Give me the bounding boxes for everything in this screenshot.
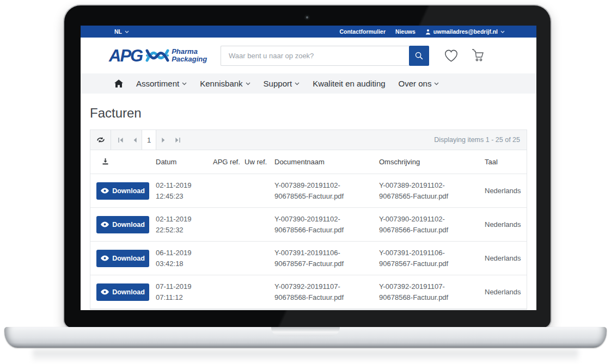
chevron-down-icon [500,30,505,33]
account-email: uwmailadres@bedrijf.nl [433,28,498,35]
table-row: Download 02-11-2019 12:45:23 Y-007389-20… [90,174,527,208]
invoice-date: 07-11-2019 [156,281,209,292]
download-button[interactable]: Download [96,283,149,301]
invoice-date: 02-11-2019 [156,180,209,191]
document-language: Nederlands [480,186,528,196]
logo-tagline: Pharma Packaging [172,48,207,63]
nav-item-kennisbank[interactable]: Kennisbank [200,79,250,88]
language-selector[interactable]: NL [114,28,129,35]
webcam [304,15,310,20]
column-header-documentnaam: Documentnaam [270,158,375,166]
news-link[interactable]: Nieuws [395,28,416,35]
laptop-mockup: NL Contactformulier Nieuws uwmailadres@b… [0,0,611,364]
nav-item-kwaliteit-en-auditing[interactable]: Kwaliteit en auditing [313,79,385,88]
laptop-screen: NL Contactformulier Nieuws uwmailadres@b… [81,26,536,310]
company-logo[interactable]: APG Pharma Packaging [109,47,214,64]
document-description: Y-007392-20191107-90678568-Factuur.pdf [375,281,480,303]
invoices-grid: 1 Displaying items 1 - 25 of 25 [90,129,527,310]
nav-item-support[interactable]: Support [264,79,300,88]
dna-helix-icon [145,47,169,64]
column-header-uw-ref: Uw ref. [240,158,270,166]
invoice-time: 12:45:23 [156,191,209,202]
document-description: Y-007390-20191102-90678566-Factuur.pdf [375,214,480,236]
nav-item-assortiment[interactable]: Assortiment [136,79,187,88]
nav-item-over-ons[interactable]: Over ons [399,79,439,88]
first-page-icon [118,137,124,143]
chevron-down-icon [295,82,300,85]
previous-page-icon [132,137,137,143]
cart-icon [471,48,485,63]
download-button[interactable]: Download [96,250,149,267]
table-row: Download 02-11-2019 22:52:32 Y-007390-20… [90,208,527,242]
laptop-base [4,327,607,348]
download-column-icon [101,157,109,165]
table-row: Download 07-11-2019 07:11:12 Y-007392-20… [90,275,527,309]
column-header-datum: Datum [151,158,209,166]
site-header: APG Pharma Packaging [81,38,536,73]
laptop-base-notch [271,327,340,336]
logo-wordmark: APG [109,47,142,64]
column-header-omschrijving: Omschrijving [375,158,480,166]
document-language: Nederlands [480,219,528,230]
last-page-icon [175,137,181,143]
search-bar [221,46,429,66]
document-name: Y-007391-20191106-90678567-Factuur.pdf [270,248,375,269]
search-input[interactable] [221,46,409,66]
document-name: Y-007390-20191102-90678566-Factuur.pdf [270,214,375,236]
chevron-down-icon [182,82,187,85]
page-number[interactable]: 1 [142,130,156,150]
search-button[interactable] [409,46,429,66]
invoice-time: 22:52:32 [156,225,209,236]
next-page-icon [161,137,166,143]
download-button[interactable]: Download [96,216,149,233]
table-row: Download 06-11-2019 03:42:18 Y-007391-20… [90,242,527,275]
main-nav: Assortiment Kennisbank Support Kwaliteit… [81,73,536,94]
contact-form-link[interactable]: Contactformulier [339,28,386,35]
chevron-down-icon [125,30,129,33]
previous-page-button[interactable] [127,130,142,150]
table-header-row: Datum APG ref. Uw ref. Documentnaam Omsc… [90,150,527,174]
document-language: Nederlands [480,253,528,264]
first-page-button[interactable] [113,130,127,150]
invoice-datetime: 02-11-2019 12:45:23 [151,180,209,202]
invoice-time: 03:42:18 [156,258,209,269]
account-menu[interactable]: uwmailadres@bedrijf.nl [425,28,505,35]
eye-icon [101,289,109,295]
cart-button[interactable] [471,48,485,63]
refresh-icon [96,136,105,144]
last-page-button[interactable] [170,130,185,150]
chevron-down-icon [434,82,439,85]
language-label: NL [114,28,122,35]
invoice-date: 02-11-2019 [156,214,209,225]
invoice-datetime: 06-11-2019 03:42:18 [151,248,209,269]
top-utility-bar: NL Contactformulier Nieuws uwmailadres@b… [81,26,536,38]
user-icon [425,29,431,35]
eye-icon [101,221,109,227]
document-description: Y-007389-20191102-90678565-Factuur.pdf [375,180,480,202]
document-name: Y-007389-20191102-90678565-Factuur.pdf [270,180,375,202]
document-name: Y-007392-20191107-90678568-Factuur.pdf [270,281,375,303]
eye-icon [101,255,109,261]
page-title: Facturen [90,106,527,121]
search-icon [414,51,424,60]
document-description: Y-007391-20191106-90678567-Factuur.pdf [375,248,480,269]
heart-icon [444,49,459,63]
refresh-button[interactable] [90,130,111,150]
column-header-apg-ref: APG ref. [209,158,240,166]
invoice-time: 07:11:12 [156,292,209,303]
next-page-button[interactable] [156,130,170,150]
laptop-reflection [33,350,578,363]
invoice-datetime: 07-11-2019 07:11:12 [151,281,209,303]
chevron-down-icon [246,82,250,85]
pager-status: Displaying items 1 - 25 of 25 [434,136,527,144]
document-language: Nederlands [480,287,528,298]
eye-icon [101,188,109,194]
wishlist-button[interactable] [444,49,459,63]
page-content: Facturen 1 [81,106,536,310]
invoice-datetime: 02-11-2019 22:52:32 [151,214,209,236]
grid-pager: 1 Displaying items 1 - 25 of 25 [90,130,527,150]
column-header-taal: Taal [480,158,528,166]
invoice-date: 06-11-2019 [156,248,209,258]
nav-home[interactable] [114,79,123,88]
download-button[interactable]: Download [96,182,149,200]
